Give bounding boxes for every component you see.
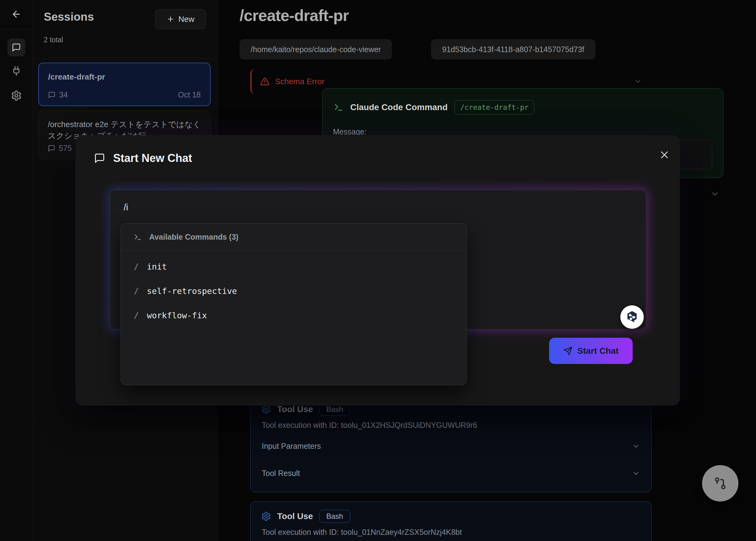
rail-item-settings[interactable] [10, 90, 23, 102]
hexagon-chat-share-icon [625, 310, 639, 324]
session-id-chip: 91d53bcb-413f-4118-a807-b1457075d73f [431, 39, 595, 60]
tool-use-card-1: Tool Use Bash Tool execution with ID: to… [250, 396, 651, 492]
bash-badge: Bash [319, 510, 350, 523]
chat-bubble-icon [12, 43, 21, 52]
chat-bubble-icon [94, 153, 105, 164]
git-compare-fab[interactable] [702, 465, 738, 501]
session-message-count: 575 [59, 144, 72, 153]
terminal-icon [134, 233, 142, 241]
input-parameters-label: Input Parameters [262, 442, 321, 451]
chevron-down-icon [632, 442, 640, 450]
arrow-left-icon [11, 9, 22, 19]
message-count-icon [48, 91, 56, 99]
command-badge: /create-draft-pr [455, 100, 535, 115]
gear-icon [11, 90, 22, 101]
command-item-workflow-fix[interactable]: / workflow-fix [121, 303, 467, 327]
gear-icon [261, 511, 271, 521]
message-count-icon [48, 145, 55, 152]
new-session-button[interactable]: New [155, 9, 206, 29]
gear-icon [261, 404, 271, 414]
chevron-down-icon [632, 469, 640, 477]
new-session-label: New [178, 15, 194, 24]
session-message-count: 34 [59, 90, 68, 99]
command-name: init [147, 262, 167, 271]
app-root: Sessions New 2 total /create-draft-pr 34… [0, 0, 756, 541]
send-icon [563, 346, 572, 356]
session-title: /create-draft-pr [48, 71, 201, 83]
rail-divider [0, 30, 32, 30]
command-card-title: Claude Code Command [350, 102, 448, 112]
plus-icon [167, 15, 175, 23]
panel-divider [32, 59, 218, 59]
command-name: self-retrospective [147, 286, 237, 296]
back-button[interactable] [10, 8, 23, 20]
tool-result-label: Tool Result [262, 469, 300, 478]
commands-header-label: Available Commands (3) [149, 233, 238, 242]
sessions-panel-title: Sessions [44, 10, 94, 23]
tool-execution-id: Tool execution with ID: toolu_01X2HSJQrd… [262, 421, 477, 430]
input-parameters-toggle[interactable]: Input Parameters [262, 442, 640, 451]
commands-dropdown: Available Commands (3) / init / self-ret… [121, 223, 467, 385]
close-button[interactable] [655, 146, 674, 164]
modal-title: Start New Chat [113, 152, 192, 165]
icon-rail [0, 0, 32, 541]
close-icon [658, 149, 670, 161]
page-title: /create-draft-pr [239, 6, 349, 25]
commands-dropdown-header: Available Commands (3) [121, 224, 467, 251]
schema-error-label: Schema Error [275, 77, 324, 86]
command-item-init[interactable]: / init [121, 255, 467, 279]
command-slash: / [134, 286, 139, 296]
tool-use-title: Tool Use [277, 404, 313, 414]
start-new-chat-modal: Start New Chat /i Available Commands (3)… [76, 135, 680, 406]
command-name: workflow-fix [147, 310, 207, 320]
share-logo-button[interactable] [620, 305, 644, 329]
warning-triangle-icon [260, 77, 269, 86]
plug-icon [11, 66, 22, 76]
git-compare-icon [713, 476, 728, 491]
start-chat-button[interactable]: Start Chat [549, 338, 633, 364]
chevron-down-icon[interactable] [634, 77, 642, 85]
rail-item-chats[interactable] [7, 39, 25, 56]
chat-input-value: /i [124, 202, 128, 213]
command-item-self-retrospective[interactable]: / self-retrospective [121, 279, 467, 303]
session-date: Oct 18 [178, 90, 201, 99]
start-chat-label: Start Chat [577, 346, 619, 356]
terminal-icon [334, 102, 343, 112]
chevron-down-icon[interactable] [710, 189, 720, 199]
sessions-total: 2 total [44, 36, 63, 44]
tool-result-toggle[interactable]: Tool Result [262, 469, 640, 478]
tool-use-title: Tool Use [277, 511, 313, 521]
command-slash: / [134, 262, 139, 271]
tool-execution-id: Tool execution with ID: toolu_01NnZaey4r… [262, 528, 462, 537]
command-slash: / [134, 310, 139, 320]
tool-use-card-2: Tool Use Bash Tool execution with ID: to… [250, 501, 651, 541]
rail-item-plugins[interactable] [10, 65, 23, 77]
session-card-create-draft-pr[interactable]: /create-draft-pr 34 Oct 18 [38, 63, 210, 106]
repo-path-chip: /home/kaito/repos/claude-code-viewer [239, 39, 392, 60]
